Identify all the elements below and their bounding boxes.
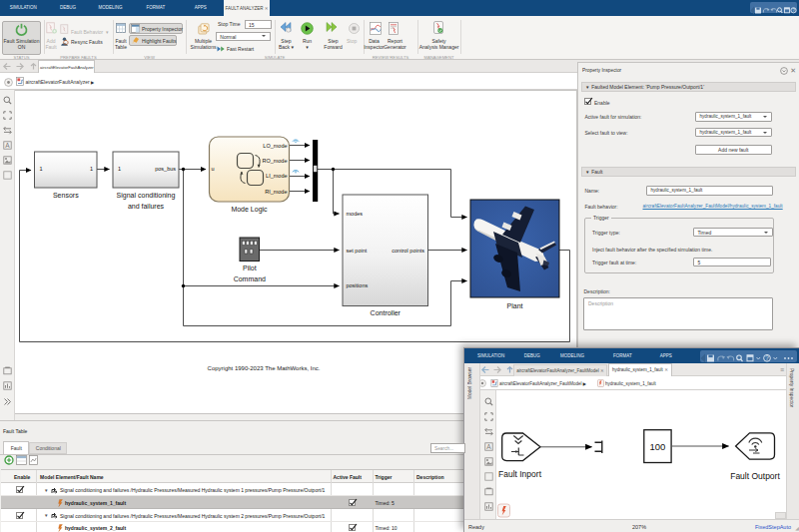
svg-text:1: 1	[40, 166, 43, 172]
svg-text:and failures: and failures	[128, 203, 165, 210]
svg-text:Fault Outport: Fault Outport	[730, 471, 780, 481]
svg-text:pos_bus: pos_bus	[155, 166, 176, 172]
svg-text:control points: control points	[392, 248, 424, 254]
svg-text:1: 1	[90, 166, 93, 172]
svg-text:LI_mode: LI_mode	[266, 173, 287, 179]
svg-text:LO_mode: LO_mode	[263, 143, 287, 149]
svg-text:Mode Logic: Mode Logic	[231, 206, 268, 214]
svg-text:RI_mode: RI_mode	[265, 189, 287, 195]
svg-text:A: A	[5, 142, 10, 149]
svg-text:?: ?	[792, 7, 795, 13]
svg-text:positions: positions	[347, 282, 369, 288]
svg-text:Copyright 1990-2023 The MathWo: Copyright 1990-2023 The MathWorks, Inc.	[208, 365, 321, 371]
svg-text:set point: set point	[347, 248, 368, 254]
svg-text:Controller: Controller	[371, 309, 401, 316]
svg-text:RO_mode: RO_mode	[262, 158, 287, 164]
svg-text:1: 1	[118, 166, 121, 172]
svg-text:Command: Command	[234, 275, 266, 282]
svg-text:A: A	[486, 443, 491, 450]
svg-text:Plant: Plant	[507, 302, 523, 309]
svg-text:modes: modes	[347, 211, 364, 217]
svg-text:Sensors: Sensors	[53, 192, 79, 199]
svg-text:Signal conditioning: Signal conditioning	[117, 192, 176, 200]
svg-text:?: ?	[765, 354, 769, 361]
svg-text:Pilot: Pilot	[243, 265, 257, 271]
svg-text:u: u	[212, 166, 215, 172]
svg-text:Fault Inport: Fault Inport	[498, 469, 542, 479]
svg-text:100: 100	[649, 441, 665, 452]
